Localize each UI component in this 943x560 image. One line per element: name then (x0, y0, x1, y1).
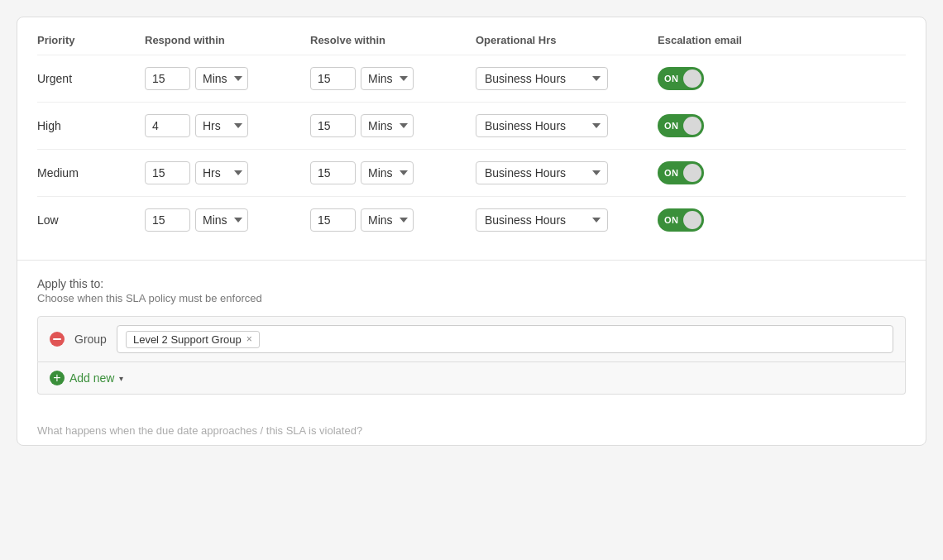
resolve-unit-low[interactable]: MinsHrsDays (361, 208, 414, 232)
respond-group-urgent: MinsHrsDays (145, 67, 310, 90)
sla-row-low: Low MinsHrsDays MinsHrsDays Business Hou… (37, 197, 906, 243)
add-new-button[interactable]: + Add new ▾ (50, 371, 123, 385)
ops-hrs-group-high: Business HoursCalendar HoursCustom (476, 114, 658, 137)
resolve-group-medium: MinsHrsDays (310, 161, 476, 184)
header-ops-hrs: Operational Hrs (476, 34, 658, 46)
respond-unit-low[interactable]: MinsHrsDays (195, 208, 248, 232)
respond-group-medium: MinsHrsDays (145, 161, 310, 184)
priority-low: Low (37, 213, 145, 227)
ops-hrs-low[interactable]: Business HoursCalendar HoursCustom (476, 208, 608, 232)
ops-hrs-urgent[interactable]: Business HoursCalendar HoursCustom (476, 67, 608, 90)
escalation-toggle-medium[interactable]: ON (658, 161, 807, 184)
group-label: Group (74, 333, 107, 346)
header-respond: Respond within (145, 34, 310, 46)
header-escalation: Escalation email (658, 34, 807, 46)
sla-header-row: Priority Respond within Resolve within O… (37, 34, 906, 55)
ops-hrs-group-medium: Business HoursCalendar HoursCustom (476, 161, 658, 184)
sla-row-urgent: Urgent MinsHrsDays MinsHrsDays Business … (37, 55, 906, 103)
resolve-group-high: MinsHrsDays (310, 114, 476, 137)
priority-urgent: Urgent (37, 72, 145, 85)
group-tags-input[interactable]: Level 2 Support Group × (117, 325, 893, 353)
sla-row-medium: Medium MinsHrsDays MinsHrsDays Business … (37, 150, 906, 197)
resolve-group-low: MinsHrsDays (310, 208, 476, 232)
group-tag-text: Level 2 Support Group (133, 333, 242, 346)
priority-medium: Medium (37, 166, 145, 179)
add-new-label: Add new (69, 371, 114, 385)
priority-high: High (37, 119, 145, 132)
respond-value-low[interactable] (145, 208, 190, 232)
ops-hrs-group-low: Business HoursCalendar HoursCustom (476, 208, 658, 232)
bottom-question: What happens when the due date approache… (37, 424, 906, 437)
main-container: Priority Respond within Resolve within O… (17, 17, 926, 446)
sla-row-high: High MinsHrsDays MinsHrsDays Business Ho… (37, 103, 906, 150)
tag-remove-icon[interactable]: × (247, 334, 252, 344)
apply-title: Apply this to: (37, 277, 906, 290)
ops-hrs-medium[interactable]: Business HoursCalendar HoursCustom (476, 161, 608, 184)
group-tag: Level 2 Support Group × (126, 331, 260, 348)
resolve-value-high[interactable] (310, 114, 356, 137)
group-row: Group Level 2 Support Group × (37, 316, 906, 362)
apply-subtitle: Choose when this SLA policy must be enfo… (37, 292, 906, 304)
resolve-value-medium[interactable] (310, 161, 356, 184)
resolve-unit-medium[interactable]: MinsHrsDays (361, 161, 414, 184)
respond-unit-urgent[interactable]: MinsHrsDays (195, 67, 248, 90)
ops-hrs-group-urgent: Business HoursCalendar HoursCustom (476, 67, 658, 90)
respond-value-urgent[interactable] (145, 67, 190, 90)
resolve-group-urgent: MinsHrsDays (310, 67, 476, 90)
add-new-row: + Add new ▾ (37, 362, 906, 395)
ops-hrs-high[interactable]: Business HoursCalendar HoursCustom (476, 114, 608, 137)
resolve-unit-high[interactable]: MinsHrsDays (361, 114, 414, 137)
respond-value-high[interactable] (145, 114, 190, 137)
header-resolve: Resolve within (310, 34, 476, 46)
resolve-value-urgent[interactable] (310, 67, 356, 90)
resolve-unit-urgent[interactable]: MinsHrsDays (361, 67, 414, 90)
resolve-value-low[interactable] (310, 208, 356, 232)
respond-value-medium[interactable] (145, 161, 190, 184)
escalation-toggle-urgent[interactable]: ON (658, 67, 807, 90)
add-icon: + (50, 371, 65, 385)
chevron-down-icon: ▾ (119, 374, 123, 383)
sla-table: Priority Respond within Resolve within O… (17, 17, 926, 260)
bottom-section: What happens when the due date approache… (17, 408, 926, 445)
group-remove-button[interactable] (50, 332, 65, 347)
header-priority: Priority (37, 34, 145, 46)
respond-unit-medium[interactable]: MinsHrsDays (195, 161, 248, 184)
apply-section: Apply this to: Choose when this SLA poli… (17, 261, 926, 408)
escalation-toggle-low[interactable]: ON (658, 208, 807, 232)
escalation-toggle-high[interactable]: ON (658, 114, 807, 137)
respond-group-high: MinsHrsDays (145, 114, 310, 137)
respond-unit-high[interactable]: MinsHrsDays (195, 114, 248, 137)
respond-group-low: MinsHrsDays (145, 208, 310, 232)
